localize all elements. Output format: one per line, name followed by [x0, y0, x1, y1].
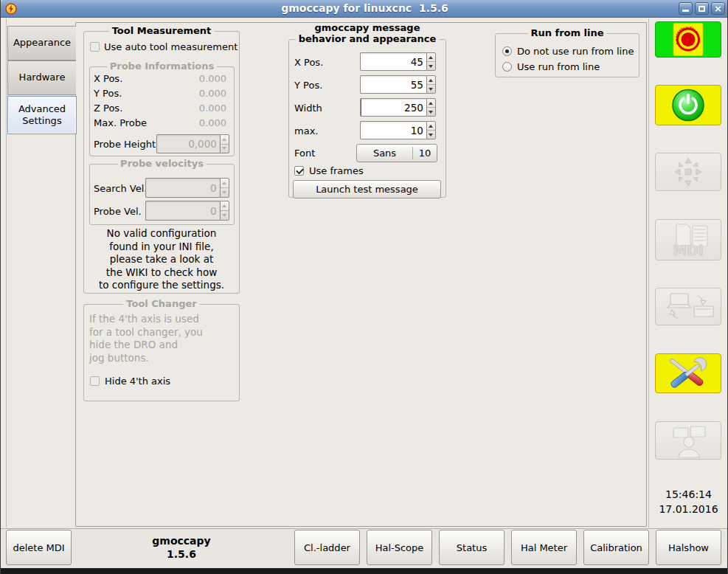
maximize-button[interactable]: [695, 2, 709, 15]
tab-appearance[interactable]: Appearance: [7, 26, 76, 60]
msg-xpos-spinner[interactable]: [426, 52, 436, 71]
tool-changer-description: If the 4'th axis is used for a tool chan…: [89, 313, 203, 364]
probe-x-value: 0.000: [167, 73, 226, 84]
probe-informations-title: Probe Informations: [107, 60, 218, 72]
settings-button[interactable]: [655, 353, 721, 393]
button-label: delete MDI: [13, 542, 64, 553]
button-label: Halshow: [668, 542, 709, 553]
mdi-icon-text: MDI: [673, 242, 704, 258]
right-panel-border: [648, 18, 649, 528]
probe-height-label: Probe Height: [94, 139, 156, 150]
spin-up-icon: [429, 79, 433, 82]
emergency-stop-icon: Emergency-Stop: [656, 22, 721, 57]
font-name: Sans: [357, 145, 412, 162]
tool-measurement-title: Tool Measurement: [109, 25, 215, 36]
use-auto-tool-measurement-checkbox: [90, 42, 100, 52]
probe-height-input: [156, 134, 220, 153]
delete-mdi-button[interactable]: delete MDI: [6, 530, 72, 565]
msg-width-label: Width: [294, 103, 322, 114]
probe-vel-input: [145, 201, 220, 221]
maximize-icon: [698, 6, 705, 12]
probe-vel-spinner: [220, 201, 229, 221]
auto-mode-icon: [656, 288, 721, 325]
font-picker-button[interactable]: Sans 10: [356, 144, 437, 162]
use-frames-checkbox[interactable]: [294, 166, 304, 176]
app-version-label: gmoccapy 1.5.6: [111, 534, 252, 561]
do-not-use-run-from-line-radio[interactable]: [502, 46, 512, 56]
spin-down-icon: [429, 88, 433, 91]
tool-changer-title: Tool Changer: [123, 298, 199, 309]
user-icon: [656, 422, 721, 459]
button-label: Hal-Scope: [375, 542, 424, 553]
window-title: gmoccapy for linuxcnc 1.5.6: [1, 2, 728, 14]
hide-4th-axis-checkbox: [90, 376, 100, 386]
message-settings-title-line1: gmoccapy message: [288, 22, 446, 33]
msg-width-input[interactable]: [360, 98, 426, 117]
use-run-from-line-radio[interactable]: [502, 62, 512, 72]
probe-max-value: 0.000: [167, 117, 226, 128]
probe-y-label: Y Pos.: [94, 88, 122, 99]
msg-xpos-input[interactable]: [360, 52, 426, 71]
minimize-icon: [682, 10, 689, 12]
desc-line: If the 4'th axis is used: [89, 313, 203, 326]
titlebar[interactable]: gmoccapy for linuxcnc 1.5.6 ×: [1, 0, 728, 18]
app-name: gmoccapy: [111, 534, 252, 547]
msg-ypos-spinbox[interactable]: [360, 75, 436, 94]
machine-on-button[interactable]: [655, 85, 721, 125]
spin-up-icon: [222, 204, 226, 207]
close-icon: ×: [714, 4, 722, 13]
use-run-from-line-label: Use run from line: [517, 61, 600, 72]
button-label: Cl.-ladder: [304, 542, 350, 553]
msg-max-input[interactable]: [360, 121, 426, 139]
status-button[interactable]: Status: [439, 530, 505, 565]
hal-meter-button[interactable]: Hal Meter: [511, 530, 577, 565]
gmoccapy-window: gmoccapy for linuxcnc 1.5.6 × Appearance…: [0, 0, 728, 574]
probe-z-value: 0.000: [167, 103, 226, 114]
clock-time: 15:46:14: [648, 488, 728, 500]
cl-ladder-button[interactable]: Cl.-ladder: [294, 530, 360, 565]
halshow-button[interactable]: Halshow: [656, 530, 721, 565]
warning-line: to configure the settings.: [88, 279, 235, 292]
calibration-button[interactable]: Calibration: [583, 530, 649, 565]
msg-max-spinner[interactable]: [426, 121, 436, 139]
msg-width-spinbox[interactable]: [360, 98, 436, 117]
probe-vel-spinbox: [145, 201, 229, 221]
spin-down-icon: [222, 147, 226, 150]
msg-font-label: Font: [294, 148, 315, 159]
msg-ypos-input[interactable]: [360, 75, 426, 94]
msg-width-spinner[interactable]: [426, 98, 436, 117]
spin-down-icon: [222, 191, 226, 194]
launch-test-message-button[interactable]: Launch test message: [293, 180, 441, 198]
power-icon: [656, 86, 721, 125]
spin-up-icon: [222, 138, 226, 141]
do-not-use-run-from-line-label: Do not use run from line: [517, 46, 634, 57]
tab-hardware[interactable]: Hardware: [7, 60, 76, 95]
emergency-stop-button[interactable]: Emergency-Stop: [655, 21, 721, 58]
msg-xpos-spinbox[interactable]: [360, 52, 436, 71]
msg-max-spinbox[interactable]: [360, 121, 436, 139]
run-from-line-title: Run from line: [527, 27, 606, 38]
mdi-icon: MDI: [656, 220, 721, 260]
probe-height-spinner: [220, 134, 229, 153]
minimize-button[interactable]: [679, 2, 693, 15]
probe-vel-label: Probe Vel.: [94, 206, 142, 217]
probe-max-label: Max. Probe: [94, 117, 147, 128]
tools-settings-icon: [656, 354, 721, 393]
button-label: Calibration: [590, 542, 642, 553]
msg-ypos-label: Y Pos.: [294, 80, 322, 91]
tab-advanced-settings[interactable]: Advanced Settings: [7, 96, 77, 134]
hal-scope-button[interactable]: Hal-Scope: [367, 530, 432, 565]
tab-label: Advanced Settings: [8, 103, 76, 128]
warning-line: the WIKI to check how: [88, 266, 235, 280]
ini-warning-text: No valid configuration found in your INI…: [88, 227, 235, 292]
spin-down-icon: [429, 111, 433, 114]
message-settings-title-line2: behavior and appearance: [296, 33, 440, 44]
window-frame-bottom: [1, 568, 728, 574]
desc-line: jog buttons.: [89, 352, 203, 365]
spin-up-icon: [222, 181, 226, 184]
close-button[interactable]: ×: [711, 2, 725, 15]
probe-height-spinbox: [156, 134, 229, 153]
warning-line: No valid configuration: [88, 227, 235, 241]
use-frames-label: Use frames: [309, 165, 364, 176]
msg-ypos-spinner[interactable]: [426, 75, 436, 94]
